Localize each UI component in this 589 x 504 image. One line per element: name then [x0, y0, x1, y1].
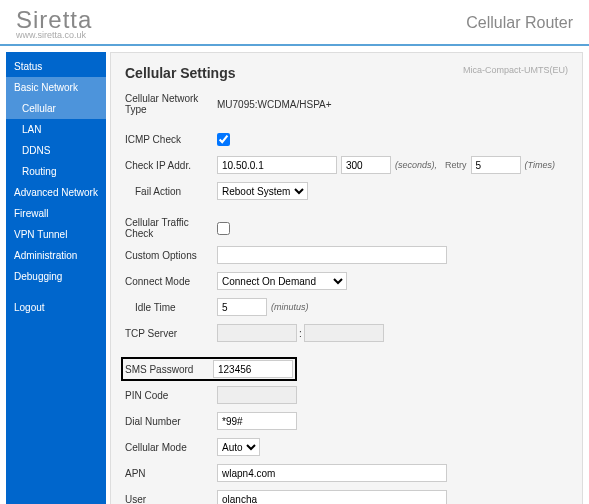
check-ip-timeout-input[interactable] [341, 156, 391, 174]
sidebar: Status Basic Network Cellular LAN DDNS R… [6, 52, 106, 504]
label-sms-password: SMS Password [125, 364, 213, 375]
user-input[interactable] [217, 490, 447, 504]
sidebar-item-firewall[interactable]: Firewall [6, 203, 106, 224]
tcp-server-port-input[interactable] [304, 324, 384, 342]
label-fail-action: Fail Action [125, 186, 217, 197]
label-pin-code: PIN Code [125, 390, 217, 401]
custom-options-input[interactable] [217, 246, 447, 264]
brand-logo: Siretta www.siretta.co.uk [16, 6, 92, 40]
cellular-mode-select[interactable]: Auto [217, 438, 260, 456]
pin-code-input[interactable] [217, 386, 297, 404]
sidebar-item-status[interactable]: Status [6, 56, 106, 77]
apn-input[interactable] [217, 464, 447, 482]
label-traffic-check: Cellular Traffic Check [125, 217, 217, 239]
sidebar-item-basic-network[interactable]: Basic Network [6, 77, 106, 98]
label-tcp-server: TCP Server [125, 328, 217, 339]
label-idle-time: Idle Time [125, 302, 217, 313]
sms-password-highlight: SMS Password [121, 357, 297, 381]
label-cellular-mode: Cellular Mode [125, 442, 217, 453]
check-ip-retry-input[interactable] [471, 156, 521, 174]
label-icmp-check: ICMP Check [125, 134, 217, 145]
label-cell-net-type: Cellular Network Type [125, 93, 217, 115]
brand-url: www.siretta.co.uk [16, 30, 92, 40]
suffix-minutus: (minutus) [271, 302, 309, 312]
label-connect-mode: Connect Mode [125, 276, 217, 287]
traffic-check-checkbox[interactable] [217, 222, 230, 235]
connect-mode-select[interactable]: Connect On Demand [217, 272, 347, 290]
tcp-colon: : [299, 328, 302, 339]
sidebar-item-advanced-network[interactable]: Advanced Network [6, 182, 106, 203]
label-dial-number: Dial Number [125, 416, 217, 427]
check-ip-input[interactable] [217, 156, 337, 174]
sidebar-item-administration[interactable]: Administration [6, 245, 106, 266]
sidebar-item-routing[interactable]: Routing [6, 161, 106, 182]
tcp-server-host-input[interactable] [217, 324, 297, 342]
value-cell-net-type: MU7095:WCDMA/HSPA+ [217, 99, 332, 110]
icmp-check-checkbox[interactable] [217, 133, 230, 146]
label-apn: APN [125, 468, 217, 479]
product-title: Cellular Router [466, 14, 573, 32]
sidebar-item-cellular[interactable]: Cellular [6, 98, 106, 119]
dial-number-input[interactable] [217, 412, 297, 430]
sidebar-item-ddns[interactable]: DDNS [6, 140, 106, 161]
main-panel: Mica-Compact-UMTS(EU) Cellular Settings … [110, 52, 583, 504]
label-user: User [125, 494, 217, 505]
sidebar-item-logout[interactable]: Logout [6, 297, 106, 318]
sidebar-item-lan[interactable]: LAN [6, 119, 106, 140]
sidebar-item-vpn-tunnel[interactable]: VPN Tunnel [6, 224, 106, 245]
label-check-ip: Check IP Addr. [125, 160, 217, 171]
suffix-times: (Times) [525, 160, 555, 170]
label-retry: Retry [445, 160, 467, 170]
model-tag: Mica-Compact-UMTS(EU) [463, 65, 568, 75]
sidebar-item-debugging[interactable]: Debugging [6, 266, 106, 287]
idle-time-input[interactable] [217, 298, 267, 316]
fail-action-select[interactable]: Reboot System [217, 182, 308, 200]
suffix-seconds: (seconds), [395, 160, 437, 170]
sms-password-input[interactable] [213, 360, 293, 378]
label-custom-options: Custom Options [125, 250, 217, 261]
